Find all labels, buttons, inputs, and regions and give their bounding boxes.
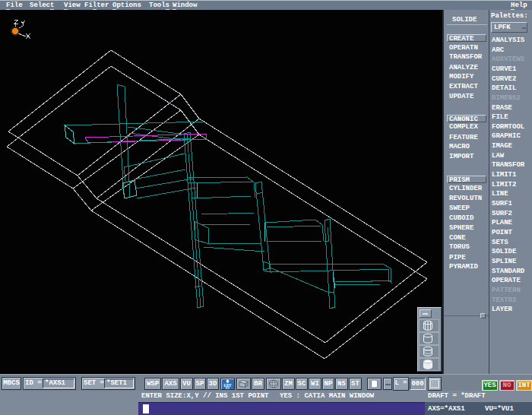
- svg-text:EXIT: EXIT: [223, 384, 231, 388]
